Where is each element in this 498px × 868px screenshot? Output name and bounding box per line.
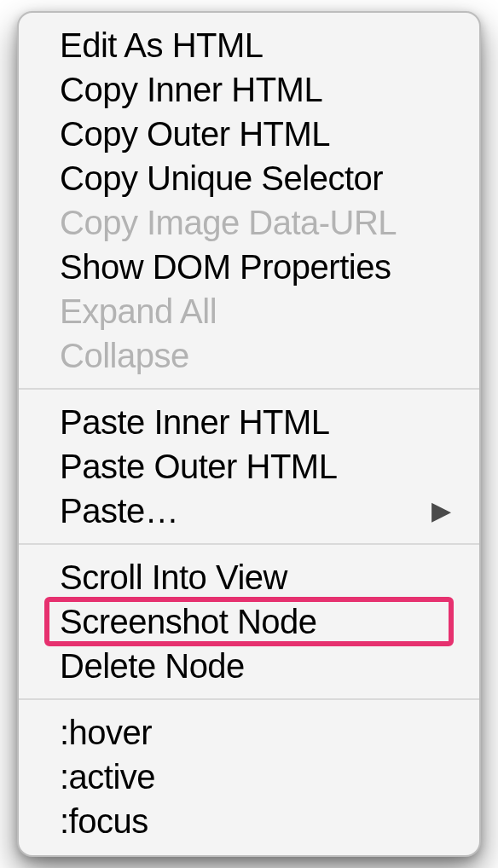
menu-item-label: Delete Node [60,649,245,683]
menu-item-screenshot-node[interactable]: Screenshot Node [19,599,479,644]
menu-item-label: Expand All [60,294,217,328]
menu-item-expand-all: Expand All [19,289,479,333]
menu-item-label: Copy Outer HTML [60,117,330,151]
menu-item-label: :hover [60,715,152,749]
menu-item-collapse: Collapse [19,333,479,378]
context-menu: Edit As HTML Copy Inner HTML Copy Outer … [17,11,481,857]
menu-item-show-dom-properties[interactable]: Show DOM Properties [19,245,479,289]
menu-item-label: Screenshot Node [60,605,317,639]
menu-item-edit-as-html[interactable]: Edit As HTML [19,23,479,67]
menu-item-pseudo-focus[interactable]: :focus [19,799,479,843]
menu-item-label: Copy Unique Selector [60,161,383,195]
menu-item-label: Show DOM Properties [60,250,391,284]
menu-item-label: Collapse [60,339,189,373]
menu-item-copy-unique-selector[interactable]: Copy Unique Selector [19,156,479,200]
menu-separator [19,698,479,700]
menu-item-label: Paste… [60,494,178,528]
menu-item-paste-outer-html[interactable]: Paste Outer HTML [19,444,479,489]
menu-item-label: Paste Outer HTML [60,449,337,483]
menu-item-paste-inner-html[interactable]: Paste Inner HTML [19,400,479,444]
menu-separator [19,543,479,545]
menu-item-label: :focus [60,804,148,838]
menu-item-label: Copy Image Data-URL [60,205,397,240]
menu-item-copy-image-data-url: Copy Image Data-URL [19,200,479,245]
menu-item-scroll-into-view[interactable]: Scroll Into View [19,555,479,599]
menu-item-label: Copy Inner HTML [60,72,322,107]
menu-separator [19,388,479,390]
menu-item-label: Paste Inner HTML [60,405,330,439]
menu-item-label: :active [60,760,155,794]
menu-item-label: Edit As HTML [60,28,263,62]
menu-item-pseudo-active[interactable]: :active [19,755,479,799]
menu-item-pseudo-hover[interactable]: :hover [19,710,479,755]
menu-item-paste-submenu[interactable]: Paste… ▶ [19,489,479,533]
menu-item-copy-outer-html[interactable]: Copy Outer HTML [19,112,479,156]
menu-item-copy-inner-html[interactable]: Copy Inner HTML [19,67,479,112]
menu-item-label: Scroll Into View [60,560,287,594]
submenu-arrow-icon: ▶ [431,498,451,524]
menu-item-delete-node[interactable]: Delete Node [19,644,479,688]
